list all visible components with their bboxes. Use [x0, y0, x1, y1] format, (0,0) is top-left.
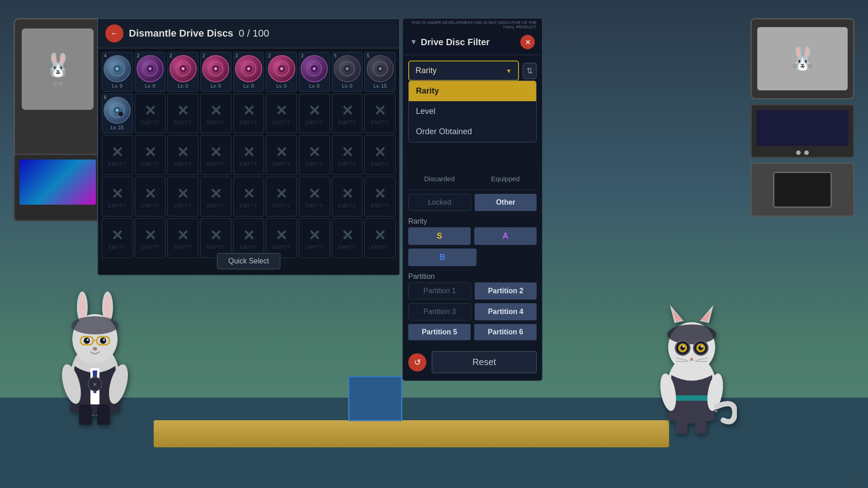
filter-panel: THIS IS UNDER DEVELOPMENT AND IS NOT IND…: [402, 18, 542, 381]
panel-count: 0 / 100: [239, 28, 269, 39]
svg-rect-24: [671, 395, 712, 401]
disc-slot-empty[interactable]: ✕EMPTY: [135, 177, 166, 216]
quick-select-button[interactable]: Quick Select: [217, 253, 280, 269]
lock-buttons-row: Locked Other: [403, 194, 542, 215]
disc-slot-empty[interactable]: ✕EMPTY: [299, 177, 330, 216]
disc-slot-empty[interactable]: ✕EMPTY: [266, 218, 297, 258]
dropdown-option-rarity[interactable]: Rarity: [409, 81, 536, 101]
empty-label: EMPTY: [306, 162, 323, 167]
svg-point-72: [346, 67, 349, 70]
dropdown-option-level[interactable]: Level: [409, 101, 536, 122]
empty-label: EMPTY: [338, 203, 356, 208]
disc-level-label: Lv. 0: [244, 83, 254, 89]
svg-point-78: [116, 109, 118, 112]
disc-slot-empty[interactable]: ✕ EMPTY: [364, 94, 396, 133]
filter-title-row: ▼ Drive Disc Filter: [410, 37, 490, 47]
disc-slot-empty[interactable]: ✕EMPTY: [167, 218, 198, 258]
tv-right-screen: 🐰: [757, 27, 848, 90]
empty-label: EMPTY: [207, 162, 225, 167]
svg-point-57: [182, 67, 184, 70]
disc-slot[interactable]: 4 Lv. 9: [102, 52, 133, 92]
disc-slot-empty[interactable]: ✕ EMPTY: [299, 94, 330, 133]
rarity-a-button[interactable]: A: [474, 227, 537, 245]
zzz-watermark: ZZ: [850, 473, 861, 483]
disc-slot[interactable]: 6 Lv. 15: [102, 94, 133, 133]
disc-slot-empty[interactable]: ✕EMPTY: [299, 218, 330, 258]
tv-screen-left: 🐰 ◉ ◉: [22, 28, 94, 110]
disc-slot-empty[interactable]: ✕EMPTY: [135, 218, 166, 258]
disc-slot-empty[interactable]: ✕ EMPTY: [266, 94, 297, 133]
disc-slot-empty[interactable]: ✕EMPTY: [200, 218, 231, 258]
disc-slot-empty[interactable]: ✕EMPTY: [233, 177, 264, 216]
disc-slot-empty[interactable]: ✕EMPTY: [102, 135, 133, 175]
disc-rarity-num: 2: [301, 53, 304, 58]
disc-slot-empty[interactable]: ✕EMPTY: [266, 177, 297, 216]
disc-slot-empty[interactable]: ✕ EMPTY: [167, 94, 198, 133]
disc-slot-empty[interactable]: ✕EMPTY: [167, 177, 198, 216]
filter-close-button[interactable]: ✕: [520, 35, 535, 49]
disc-slot-empty[interactable]: ✕EMPTY: [233, 218, 264, 258]
tab-discarded[interactable]: Discarded: [408, 171, 471, 186]
disc-item: [104, 97, 131, 124]
tab-equipped[interactable]: Equipped: [474, 171, 537, 186]
filter-sort-dropdown[interactable]: Rarity ▼: [408, 61, 519, 81]
disc-slot-empty[interactable]: ✕EMPTY: [332, 135, 363, 175]
empty-x-icon: ✕: [210, 185, 222, 202]
disc-slot-empty[interactable]: ✕EMPTY: [135, 135, 166, 175]
partition-5-button[interactable]: Partition 5: [408, 324, 471, 340]
disc-slot-empty[interactable]: ✕EMPTY: [200, 177, 231, 216]
sort-order-button[interactable]: ⇅: [523, 63, 537, 79]
disc-slot[interactable]: 5 Lv. 15: [364, 52, 396, 92]
filter-tabs: Discarded Equipped: [403, 171, 542, 186]
rarity-b-button[interactable]: B: [408, 249, 476, 266]
disc-slot-empty[interactable]: ✕EMPTY: [332, 177, 363, 216]
disc-rarity-num: 2: [203, 53, 205, 58]
svg-rect-47: [695, 413, 707, 434]
disc-item: [104, 55, 131, 82]
partition-4-button[interactable]: Partition 4: [475, 303, 537, 320]
disc-slot[interactable]: 2 Lv. 0: [135, 52, 166, 92]
rarity-s-button[interactable]: S: [408, 227, 471, 245]
disc-slot-empty[interactable]: ✕ EMPTY: [135, 94, 166, 133]
other-button[interactable]: Other: [475, 194, 537, 211]
partition-2-button[interactable]: Partition 2: [475, 282, 537, 300]
disc-slot-empty[interactable]: ✕EMPTY: [233, 135, 264, 175]
disc-slot-empty[interactable]: ✕EMPTY: [102, 177, 133, 216]
disc-slot-empty[interactable]: ✕EMPTY: [364, 218, 396, 258]
disc-slot-empty[interactable]: ✕EMPTY: [167, 135, 198, 175]
filter-divider-1: [408, 190, 537, 190]
empty-x-icon: ✕: [111, 185, 123, 202]
disc-slot-empty[interactable]: ✕EMPTY: [200, 135, 231, 175]
partition-3-button[interactable]: Partition 3: [408, 303, 471, 320]
reset-button[interactable]: Reset: [432, 351, 537, 373]
partition-1-button[interactable]: Partition 1: [408, 282, 471, 300]
svg-point-15: [93, 347, 97, 351]
disc-slot-empty[interactable]: ✕EMPTY: [299, 135, 330, 175]
dropdown-arrow-icon: ▼: [505, 67, 512, 75]
disc-slot-empty[interactable]: ✕ EMPTY: [200, 94, 231, 133]
disc-slot[interactable]: 5 Lv. 0: [332, 52, 363, 92]
disc-slot[interactable]: 2 Lv. 0: [299, 52, 330, 92]
disc-item: [202, 55, 229, 82]
back-button[interactable]: ←: [105, 24, 123, 42]
partition-6-button[interactable]: Partition 6: [474, 324, 537, 340]
counter-table: [154, 420, 669, 447]
disc-slot-empty[interactable]: ✕EMPTY: [364, 135, 396, 175]
dropdown-option-order[interactable]: Order Obtained: [409, 122, 536, 142]
blue-box: [348, 376, 402, 421]
disc-slot-empty[interactable]: ✕EMPTY: [332, 218, 363, 258]
disc-slot-empty[interactable]: ✕ EMPTY: [332, 94, 363, 133]
disc-slot-empty[interactable]: ✕EMPTY: [364, 177, 396, 216]
disc-slot-empty[interactable]: ✕EMPTY: [102, 218, 133, 258]
empty-label: EMPTY: [338, 120, 356, 125]
disc-slot[interactable]: 2 Lv. 0: [200, 52, 231, 92]
disc-slot-empty[interactable]: ✕ EMPTY: [233, 94, 264, 133]
disc-slot[interactable]: 2 Lv. 0: [266, 52, 297, 92]
disc-slot-empty[interactable]: ✕EMPTY: [266, 135, 297, 175]
partition-label: Partition: [403, 270, 542, 282]
locked-button[interactable]: Locked: [408, 194, 471, 211]
disc-slot[interactable]: 2 Lv. 0: [233, 52, 264, 92]
disc-slot[interactable]: 2 Lv. 0: [167, 52, 198, 92]
filter-title: Drive Disc Filter: [421, 37, 490, 47]
empty-x-icon: ✕: [374, 227, 386, 244]
